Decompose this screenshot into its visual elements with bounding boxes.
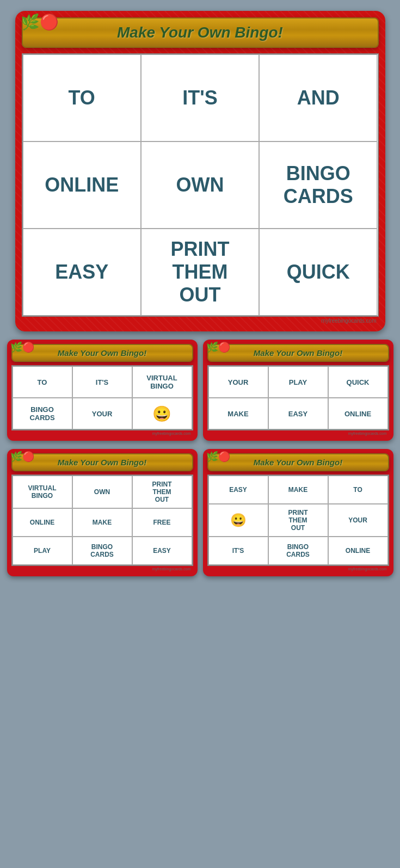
small-card-left: 🌿🔴 Make Your Own Bingo! TOIT'SVIRTUALBIN… (7, 340, 198, 441)
main-bingo-card: 🌿🔴 Make Your Own Bingo! TOIT'SANDONLINEO… (15, 11, 385, 331)
small-left-watermark: myfreebingocards.com (11, 430, 193, 436)
main-banner-title: Make Your Own Bingo! (34, 24, 367, 41)
bingo-cell: YOUR (72, 398, 132, 429)
med-right-banner: Make Your Own Bingo! (207, 453, 389, 471)
small-right-watermark: myfreebingocards.com (207, 430, 389, 436)
bingo-cell: QUICK (328, 366, 388, 398)
holly-decoration-med-left: 🌿🔴 (10, 451, 34, 463)
bingo-cell: IT'S (141, 54, 259, 141)
bingo-cell: BINGOCARDS (268, 537, 328, 565)
bingo-cell: IT'S (208, 537, 268, 565)
holly-decoration-small-left: 🌿🔴 (10, 341, 34, 353)
small-right-banner-title: Make Your Own Bingo! (214, 348, 383, 358)
bingo-cell: YOUR (328, 504, 388, 537)
holly-decoration-small-right: 🌿🔴 (206, 341, 230, 353)
bingo-cell: EASY (208, 476, 268, 504)
bingo-cell: OWN (141, 141, 259, 229)
bingo-cell: PRINTTHEMOUT (141, 229, 259, 316)
bingo-cell: ONLINE (23, 141, 141, 229)
bingo-cell: EASY (23, 229, 141, 316)
med-right-banner-title: Make Your Own Bingo! (214, 458, 383, 467)
bingo-cell: OWN (72, 476, 132, 508)
main-watermark: myfreebingocards.com (22, 317, 379, 325)
holly-decoration-med-right: 🌿🔴 (206, 451, 230, 463)
bingo-cell: MAKE (268, 476, 328, 504)
med-left-grid: VIRTUALBINGOOWNPRINTTHEMOUTONLINEMAKEFRE… (11, 475, 193, 566)
holly-decoration: 🌿🔴 (21, 13, 59, 31)
bingo-cell: BINGOCARDS (72, 537, 132, 565)
small-left-grid: TOIT'SVIRTUALBINGOBINGOCARDSYOUR😀 (11, 365, 193, 430)
medium-card-right: 🌿🔴 Make Your Own Bingo! EASYMAKETO😀PRINT… (203, 449, 393, 576)
bingo-cell: IT'S (72, 366, 132, 398)
small-right-grid: YOURPLAYQUICKMAKEEASYONLINE (207, 365, 389, 430)
bingo-cell: ONLINE (328, 537, 388, 565)
main-banner: Make Your Own Bingo! (22, 17, 379, 48)
bingo-cell: MAKE (208, 398, 268, 429)
bingo-cell: YOUR (208, 366, 268, 398)
small-left-banner-title: Make Your Own Bingo! (18, 348, 187, 358)
bingo-cell: 😀 (208, 504, 268, 537)
bingo-cell: ONLINE (328, 398, 388, 429)
medium-card-left: 🌿🔴 Make Your Own Bingo! VIRTUALBINGOOWNP… (7, 449, 198, 576)
bingo-cell: TO (13, 366, 72, 398)
bingo-cell: EASY (268, 398, 328, 429)
bingo-cell: TO (23, 54, 141, 141)
bingo-cell: PLAY (268, 366, 328, 398)
bingo-cell: BINGOCARDS (13, 398, 72, 429)
bingo-cell: PRINTTHEMOUT (132, 476, 192, 508)
bingo-cell: EASY (132, 537, 192, 565)
med-left-banner-title: Make Your Own Bingo! (18, 458, 187, 467)
bingo-cell: FREE (132, 508, 192, 537)
bingo-cell: ONLINE (13, 508, 72, 537)
bingo-cell: TO (328, 476, 388, 504)
main-bingo-grid: TOIT'SANDONLINEOWNBINGOCARDSEASYPRINTTHE… (22, 53, 379, 317)
med-right-grid: EASYMAKETO😀PRINTTHEMOUTYOURIT'SBINGOCARD… (207, 475, 389, 566)
small-card-right: 🌿🔴 Make Your Own Bingo! YOURPLAYQUICKMAK… (203, 340, 393, 441)
med-left-banner: Make Your Own Bingo! (11, 453, 193, 471)
med-right-watermark: myfreebingocards.com (207, 566, 389, 572)
medium-cards-row: 🌿🔴 Make Your Own Bingo! VIRTUALBINGOOWNP… (7, 449, 393, 576)
small-cards-row: 🌿🔴 Make Your Own Bingo! TOIT'SVIRTUALBIN… (7, 340, 393, 441)
bingo-cell: PRINTTHEMOUT (268, 504, 328, 537)
bingo-cell: QUICK (259, 229, 377, 316)
bingo-cell: PLAY (13, 537, 72, 565)
bingo-cell: BINGOCARDS (259, 141, 377, 229)
bingo-cell: MAKE (72, 508, 132, 537)
small-right-banner: Make Your Own Bingo! (207, 344, 389, 362)
bingo-cell: VIRTUALBINGO (132, 366, 192, 398)
med-left-watermark: myfreebingocards.com (11, 566, 193, 572)
bingo-cell: VIRTUALBINGO (13, 476, 72, 508)
bingo-cell: 😀 (132, 398, 192, 429)
small-left-banner: Make Your Own Bingo! (11, 344, 193, 362)
bingo-cell: AND (259, 54, 377, 141)
